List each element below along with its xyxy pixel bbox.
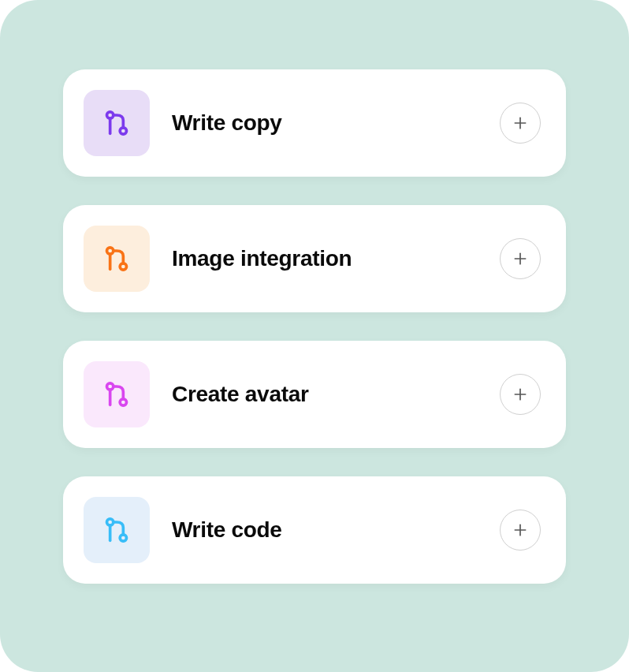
plus-icon bbox=[512, 522, 528, 538]
git-branch-icon bbox=[101, 107, 132, 139]
list-item[interactable]: Image integration bbox=[63, 205, 566, 312]
add-button[interactable] bbox=[500, 103, 541, 144]
item-label: Image integration bbox=[172, 246, 478, 271]
item-label: Write copy bbox=[172, 110, 478, 136]
git-branch-icon bbox=[101, 243, 132, 274]
plus-icon bbox=[512, 251, 528, 267]
git-branch-icon bbox=[101, 514, 132, 546]
list-item[interactable]: Create avatar bbox=[63, 341, 566, 448]
branch-icon-box bbox=[84, 361, 150, 427]
add-button[interactable] bbox=[500, 510, 541, 551]
add-button[interactable] bbox=[500, 374, 541, 415]
item-label: Write code bbox=[172, 517, 478, 543]
branch-icon-box bbox=[84, 226, 150, 292]
plus-icon bbox=[512, 386, 528, 402]
plus-icon bbox=[512, 115, 528, 131]
item-label: Create avatar bbox=[172, 382, 478, 407]
list-item[interactable]: Write code bbox=[63, 476, 566, 584]
git-branch-icon bbox=[101, 379, 132, 410]
branch-icon-box bbox=[84, 90, 150, 156]
list-item[interactable]: Write copy bbox=[63, 69, 566, 177]
add-button[interactable] bbox=[500, 238, 541, 279]
branch-icon-box bbox=[84, 497, 150, 563]
card-list-container: Write copy Image integration bbox=[0, 0, 629, 672]
